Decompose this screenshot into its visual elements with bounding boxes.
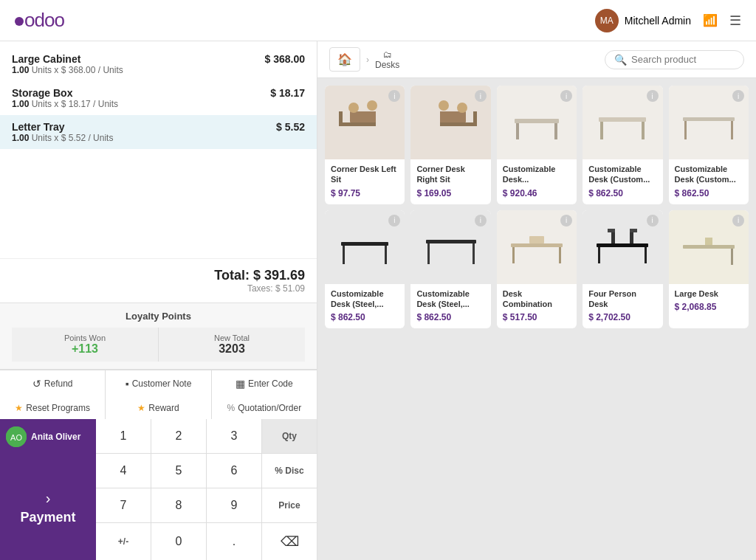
num-1[interactable]: 1 <box>96 419 151 453</box>
svg-rect-34 <box>598 247 600 263</box>
qty-key[interactable]: Qty <box>262 419 317 453</box>
svg-rect-27 <box>427 243 430 264</box>
info-icon[interactable]: i <box>560 90 572 102</box>
refund-icon: ↺ <box>32 378 41 390</box>
order-item[interactable]: Storage Box $ 18.17 1.00 Units x $ 18.17… <box>0 81 317 115</box>
product-card[interactable]: i Customizable Desk (Steel,... $ 862.50 <box>325 210 405 329</box>
product-card[interactable]: i Desk Combination $ 517.50 <box>497 210 577 329</box>
item-name: Storage Box <box>12 87 72 99</box>
item-price: $ 368.00 <box>265 53 306 65</box>
numpad-area: AO Anita Oliver › Payment 1 2 3 Qty <box>0 419 317 560</box>
svg-rect-35 <box>645 247 647 263</box>
product-image: i <box>497 86 577 159</box>
info-icon[interactable]: i <box>388 90 400 102</box>
num-0[interactable]: 0 <box>151 523 206 560</box>
info-icon[interactable]: i <box>388 215 400 227</box>
breadcrumb-desks[interactable]: 🗂 Desks <box>375 49 399 70</box>
product-price: $ 862.50 <box>583 187 662 204</box>
dot-key[interactable]: . <box>207 523 261 560</box>
item-detail: 1.00 Units x $ 5.52 / Units <box>12 133 305 143</box>
svg-rect-29 <box>511 243 563 247</box>
product-price: $ 862.50 <box>410 311 490 328</box>
search-input[interactable] <box>631 54 735 65</box>
enter-code-label: Enter Code <box>248 378 293 389</box>
reset-programs-button[interactable]: ★ Reset Programs <box>0 397 105 419</box>
svg-rect-28 <box>472 243 475 264</box>
svg-rect-24 <box>343 246 345 264</box>
menu-icon[interactable]: ☰ <box>729 13 741 29</box>
product-name: Corner Desk Left Sit <box>325 159 405 187</box>
num-4[interactable]: 4 <box>96 454 151 488</box>
product-card[interactable]: i Four Person Desk $ 2,702.50 <box>583 210 662 329</box>
product-name: Large Desk <box>669 284 749 300</box>
quotation-order-button[interactable]: % Quotation/Order <box>212 397 317 419</box>
product-name: Corner Desk Right Sit <box>410 159 490 187</box>
backspace-key[interactable]: ⌫ <box>262 523 317 560</box>
product-card[interactable]: i Large Desk $ 2,068.85 <box>669 210 749 329</box>
order-item[interactable]: Large Cabinet $ 368.00 1.00 Units x $ 36… <box>0 47 317 81</box>
svg-rect-41 <box>684 249 687 265</box>
product-card[interactable]: i Customizable Desk (Custom... $ 862.50 <box>669 86 749 204</box>
product-card[interactable]: i Customizable Desk (Custom... $ 862.50 <box>583 86 662 204</box>
num-7[interactable]: 7 <box>96 488 151 522</box>
order-item[interactable]: Letter Tray $ 5.52 1.00 Units x $ 5.52 /… <box>0 115 317 149</box>
product-name: Four Person Desk <box>583 284 662 311</box>
new-total-label: New Total <box>165 333 299 342</box>
search-box[interactable]: 🔍 <box>605 50 744 69</box>
customer-note-button[interactable]: ▪ Customer Note <box>106 370 210 397</box>
info-icon[interactable]: i <box>647 215 659 227</box>
product-image: i <box>583 210 662 284</box>
reset-programs-label: Reset Programs <box>26 403 90 413</box>
product-price: $ 97.75 <box>325 187 405 204</box>
new-total-cell: New Total 3203 <box>159 328 305 362</box>
right-header: 🏠 › 🗂 Desks 🔍 <box>317 41 756 78</box>
svg-rect-40 <box>683 245 735 249</box>
breadcrumb-arrow: › <box>366 55 369 65</box>
svg-rect-32 <box>529 236 544 243</box>
product-card[interactable]: i Corner Desk Left Sit $ 97.75 <box>325 86 405 204</box>
info-icon[interactable]: i <box>647 90 659 102</box>
info-icon[interactable]: i <box>732 215 744 227</box>
left-panel: Large Cabinet $ 368.00 1.00 Units x $ 36… <box>0 41 317 560</box>
quotation-icon: % <box>227 403 235 413</box>
info-icon[interactable]: i <box>475 215 487 227</box>
num-8[interactable]: 8 <box>151 488 206 522</box>
info-icon[interactable]: i <box>732 90 744 102</box>
svg-point-13 <box>439 100 449 111</box>
refund-button[interactable]: ↺ Refund <box>0 370 105 397</box>
num-5[interactable]: 5 <box>151 454 206 488</box>
disc-key[interactable]: % Disc <box>262 454 317 488</box>
reward-button[interactable]: ★ Reward <box>106 397 210 419</box>
enter-code-button[interactable]: ▦ Enter Code <box>212 370 317 397</box>
desk-folder-icon: 🗂 <box>383 49 392 60</box>
num-3[interactable]: 3 <box>207 419 261 453</box>
product-image: i <box>325 86 405 159</box>
refund-label: Refund <box>44 378 73 389</box>
info-icon[interactable]: i <box>560 215 572 227</box>
svg-rect-30 <box>512 247 515 263</box>
num-6[interactable]: 6 <box>207 454 261 488</box>
product-card[interactable]: i Corner Desk Right Sit $ 169.05 <box>410 86 490 204</box>
plusminus-key[interactable]: +/- <box>96 523 151 560</box>
code-icon: ▦ <box>236 378 245 390</box>
payment-button[interactable]: › Payment <box>0 454 96 560</box>
customer-section[interactable]: AO Anita Oliver <box>0 419 96 454</box>
total-amount: Total: $ 391.69 <box>12 268 305 283</box>
wifi-icon: 📶 <box>703 13 718 27</box>
num-2[interactable]: 2 <box>151 419 206 453</box>
program-buttons: ★ Reset Programs ★ Reward % Quotation/Or… <box>0 397 317 419</box>
svg-rect-26 <box>426 240 476 243</box>
product-card[interactable]: i Customizable Desk... $ 920.46 <box>497 86 577 204</box>
num-9[interactable]: 9 <box>207 488 261 522</box>
price-key[interactable]: Price <box>262 488 317 522</box>
svg-rect-15 <box>516 123 519 139</box>
info-icon[interactable]: i <box>475 90 487 102</box>
home-button[interactable]: 🏠 <box>329 47 360 72</box>
svg-rect-33 <box>597 243 648 247</box>
svg-rect-39 <box>630 229 637 232</box>
main-layout: Large Cabinet $ 368.00 1.00 Units x $ 36… <box>0 41 756 560</box>
product-price: $ 920.46 <box>497 187 577 204</box>
svg-rect-17 <box>599 117 646 122</box>
product-card[interactable]: i Customizable Desk (Steel,... $ 862.50 <box>410 210 490 329</box>
product-name: Customizable Desk (Steel,... <box>325 284 405 311</box>
